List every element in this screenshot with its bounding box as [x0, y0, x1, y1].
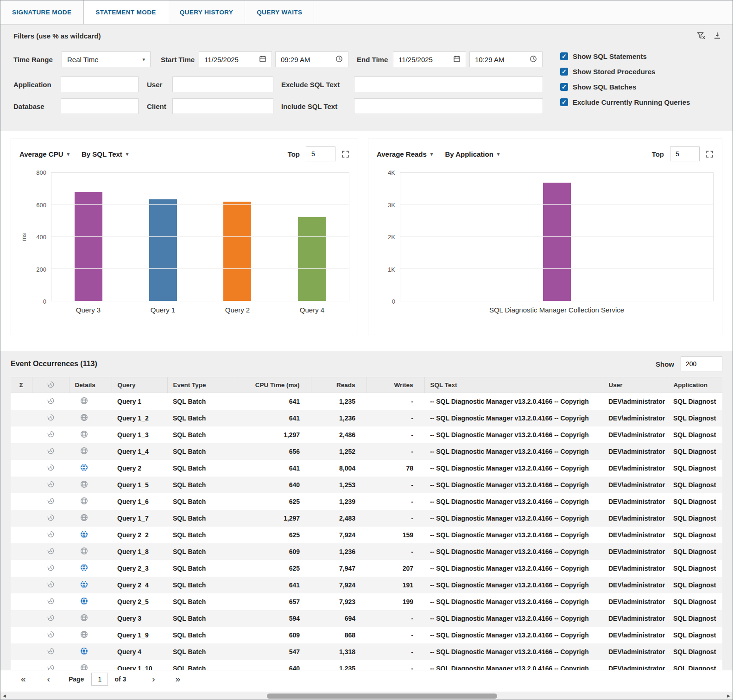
- history-cell[interactable]: [32, 393, 69, 410]
- details-globe-icon[interactable]: [80, 482, 88, 490]
- sql-text-column-header[interactable]: SQL Text: [424, 377, 603, 393]
- checkbox-checked-icon[interactable]: ✓: [560, 83, 568, 91]
- writes-column-header[interactable]: Writes: [366, 377, 424, 393]
- horizontal-scrollbar[interactable]: ◀ ▶: [0, 692, 733, 700]
- history-cell[interactable]: [32, 460, 69, 477]
- details-globe-icon[interactable]: [80, 582, 88, 590]
- history-icon[interactable]: [47, 632, 55, 640]
- details-globe-icon[interactable]: [80, 465, 88, 473]
- expand-chart-icon[interactable]: [706, 150, 714, 158]
- table-row[interactable]: Query 2_2SQL Batch6257,924159-- SQL Diag…: [11, 527, 722, 543]
- details-cell[interactable]: [69, 527, 112, 543]
- details-globe-icon[interactable]: [80, 649, 88, 656]
- history-cell[interactable]: [32, 660, 69, 670]
- last-page-button[interactable]: »: [176, 675, 181, 683]
- event-type-column-header[interactable]: Event Type: [167, 377, 236, 393]
- details-cell[interactable]: [69, 660, 112, 670]
- table-row[interactable]: Query 1_6SQL Batch6251,239--- SQL Diagno…: [11, 493, 722, 510]
- details-globe-icon[interactable]: [80, 415, 88, 423]
- history-cell[interactable]: [32, 610, 69, 627]
- history-icon[interactable]: [47, 666, 55, 670]
- history-icon[interactable]: [47, 532, 55, 540]
- tab-statement-mode[interactable]: STATEMENT MODE: [83, 0, 168, 24]
- history-icon[interactable]: [47, 582, 55, 590]
- page-input[interactable]: [91, 673, 108, 686]
- history-icon[interactable]: [47, 399, 55, 406]
- scroll-right-arrow[interactable]: ▶: [727, 693, 730, 700]
- details-cell[interactable]: [69, 443, 112, 460]
- details-column-header[interactable]: Details: [69, 377, 112, 393]
- table-row[interactable]: Query 2SQL Batch6418,00478-- SQL Diagnos…: [11, 460, 722, 477]
- table-row[interactable]: Query 1_2SQL Batch6411,236--- SQL Diagno…: [11, 410, 722, 426]
- table-row[interactable]: Query 1_3SQL Batch1,2972,486--- SQL Diag…: [11, 426, 722, 443]
- time-range-select[interactable]: Real Time ▾: [62, 51, 151, 67]
- client-input[interactable]: [172, 98, 273, 114]
- details-cell[interactable]: [69, 560, 112, 577]
- history-icon[interactable]: [47, 616, 55, 623]
- table-row[interactable]: Query 2_5SQL Batch6577,923199-- SQL Diag…: [11, 593, 722, 610]
- details-cell[interactable]: [69, 577, 112, 593]
- history-icon[interactable]: [47, 415, 55, 423]
- chart-bar-query-1[interactable]: [149, 199, 177, 301]
- details-cell[interactable]: [69, 393, 112, 410]
- details-globe-icon[interactable]: [80, 549, 88, 556]
- checkbox-exclude-currently-running-queries[interactable]: ✓Exclude Currently Running Queries: [560, 98, 690, 106]
- query-column-header[interactable]: Query: [112, 377, 167, 393]
- details-cell[interactable]: [69, 426, 112, 443]
- end-clock-input[interactable]: 10:29 AM: [469, 51, 543, 67]
- details-globe-icon[interactable]: [80, 499, 88, 506]
- next-page-button[interactable]: ›: [152, 675, 155, 683]
- metric-dropdown[interactable]: Average Reads ▾: [377, 150, 433, 158]
- checkbox-checked-icon[interactable]: ✓: [560, 52, 568, 60]
- expand-chart-icon[interactable]: [341, 150, 349, 158]
- checkbox-show-sql-statements[interactable]: ✓Show SQL Statements: [560, 52, 690, 60]
- details-globe-icon[interactable]: [80, 432, 88, 439]
- history-column-header[interactable]: [32, 377, 69, 393]
- details-globe-icon[interactable]: [80, 666, 88, 670]
- include-sql-input[interactable]: [354, 98, 543, 114]
- history-cell[interactable]: [32, 627, 69, 643]
- details-cell[interactable]: [69, 543, 112, 560]
- start-clock-input[interactable]: 09:29 AM: [275, 51, 348, 67]
- end-date-input[interactable]: 11/25/2025: [393, 51, 466, 67]
- history-cell[interactable]: [32, 577, 69, 593]
- table-row[interactable]: Query 1SQL Batch6411,235--- SQL Diagnost…: [11, 393, 722, 410]
- table-row[interactable]: Query 3SQL Batch594694--- SQL Diagnostic…: [11, 610, 722, 627]
- groupby-dropdown[interactable]: By SQL Text ▾: [82, 150, 128, 158]
- metric-dropdown[interactable]: Average CPU ▾: [19, 150, 70, 158]
- history-icon[interactable]: [47, 549, 55, 556]
- sigma-column-header[interactable]: Σ: [11, 377, 32, 393]
- user-input[interactable]: [172, 76, 273, 92]
- chart-bar-query-2[interactable]: [223, 202, 251, 301]
- history-cell[interactable]: [32, 593, 69, 610]
- scroll-left-arrow[interactable]: ◀: [3, 693, 6, 700]
- history-cell[interactable]: [32, 527, 69, 543]
- checkbox-show-stored-procedures[interactable]: ✓Show Stored Procedures: [560, 68, 690, 76]
- history-cell[interactable]: [32, 477, 69, 493]
- details-cell[interactable]: [69, 593, 112, 610]
- table-row[interactable]: Query 2_3SQL Batch6257,947207-- SQL Diag…: [11, 560, 722, 577]
- details-globe-icon[interactable]: [80, 399, 88, 406]
- cpu-time-column-header[interactable]: CPU Time (ms): [236, 377, 311, 393]
- history-icon[interactable]: [47, 515, 55, 523]
- prev-page-button[interactable]: ‹: [47, 675, 50, 683]
- history-cell[interactable]: [32, 543, 69, 560]
- start-date-input[interactable]: 11/25/2025: [199, 51, 272, 67]
- table-row[interactable]: Query 1_4SQL Batch6561,252--- SQL Diagno…: [11, 443, 722, 460]
- tab-query-history[interactable]: QUERY HISTORY: [168, 0, 245, 24]
- table-row[interactable]: Query 4SQL Batch5471,318--- SQL Diagnost…: [11, 643, 722, 660]
- first-page-button[interactable]: «: [21, 675, 26, 683]
- collapse-filters-icon[interactable]: [713, 32, 721, 40]
- history-cell[interactable]: [32, 510, 69, 527]
- chart-bar-query-3[interactable]: [75, 192, 102, 301]
- details-cell[interactable]: [69, 477, 112, 493]
- scrollbar-thumb[interactable]: [267, 694, 497, 699]
- tab-signature-mode[interactable]: SIGNATURE MODE: [0, 0, 83, 24]
- details-cell[interactable]: [69, 610, 112, 627]
- history-icon[interactable]: [47, 482, 55, 490]
- details-cell[interactable]: [69, 510, 112, 527]
- history-icon[interactable]: [47, 499, 55, 506]
- history-cell[interactable]: [32, 493, 69, 510]
- top-count-input[interactable]: [306, 146, 335, 161]
- details-cell[interactable]: [69, 410, 112, 426]
